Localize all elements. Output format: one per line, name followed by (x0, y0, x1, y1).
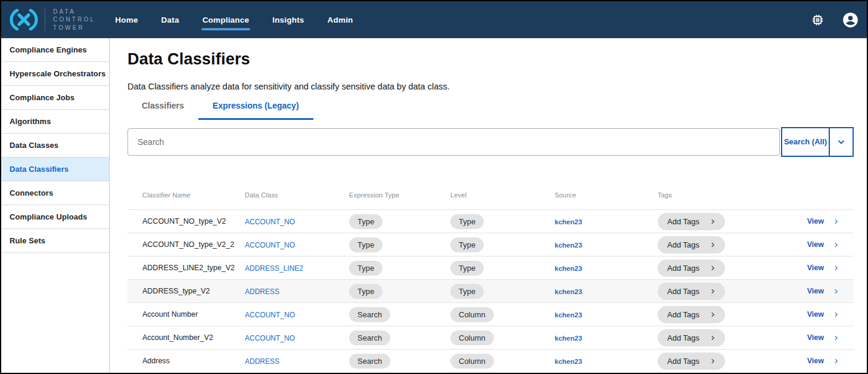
add-tags-button[interactable]: Add Tags (658, 329, 725, 347)
view-label: View (807, 217, 824, 225)
add-tags-button[interactable]: Add Tags (658, 283, 725, 300)
nav-item-data[interactable]: Data (161, 16, 179, 24)
system-settings-button[interactable] (811, 13, 825, 27)
add-tags-label: Add Tags (667, 310, 699, 319)
add-tags-button[interactable]: Add Tags (658, 353, 725, 370)
app-window: DATA CONTROL TOWER Home Data Compliance … (0, 0, 868, 374)
source-link[interactable]: kchen23 (555, 288, 582, 295)
expression-type-badge: Type (349, 261, 382, 276)
add-tags-label: Add Tags (667, 240, 699, 249)
source-link[interactable]: kchen23 (555, 242, 582, 249)
sidebar-item-compliance-uploads[interactable]: Compliance Uploads (1, 205, 109, 229)
classifier-name: Account_Number_V2 (127, 333, 245, 342)
data-class-link[interactable]: ACCOUNT_NO (245, 218, 295, 226)
add-tags-label: Add Tags (667, 287, 699, 296)
chevron-right-icon (833, 288, 839, 295)
classifier-name: ADDRESS_type_V2 (127, 287, 245, 295)
column-header-actions (793, 191, 854, 199)
level-badge: Type (450, 214, 484, 229)
sidebar-item-hyperscale-orchestrators[interactable]: Hyperscale Orchestrators (1, 62, 109, 86)
view-button[interactable]: View (793, 310, 854, 319)
account-button[interactable] (842, 12, 858, 28)
chevron-right-icon (710, 335, 716, 341)
sidebar-item-data-classifiers[interactable]: Data Classifiers (1, 157, 109, 181)
sidebar-item-connectors[interactable]: Connectors (1, 181, 109, 205)
data-control-tower-logo[interactable]: DATA CONTROL TOWER (8, 7, 95, 32)
add-tags-button[interactable]: Add Tags (658, 236, 725, 254)
column-header-level: Level (450, 191, 555, 199)
nav-item-admin[interactable]: Admin (328, 16, 353, 24)
chevron-right-icon (710, 358, 716, 364)
classifier-tabs: Classifiers Expressions (Legacy) (127, 101, 854, 120)
sidebar-item-algorithms[interactable]: Algorithms (1, 110, 109, 134)
add-tags-label: Add Tags (667, 333, 699, 342)
table-row-account-number: Account Number ACCOUNT_NO Search Column … (127, 302, 854, 326)
chevron-right-icon (710, 311, 716, 318)
data-class-link[interactable]: ACCOUNT_NO (245, 241, 295, 249)
view-button[interactable]: View (793, 240, 854, 249)
add-tags-button[interactable]: Add Tags (658, 259, 725, 277)
classifier-name: Address (127, 357, 245, 365)
data-class-link[interactable]: ADDRESS_LINE2 (245, 264, 303, 273)
tab-expressions-legacy[interactable]: Expressions (Legacy) (198, 101, 313, 120)
expression-type-badge: Type (349, 237, 382, 252)
table-row-address-type-v2: ADDRESS_type_V2 ADDRESS Type Type kchen2… (127, 279, 854, 302)
add-tags-button[interactable]: Add Tags (658, 306, 725, 323)
level-badge: Column (450, 330, 494, 345)
add-tags-label: Add Tags (667, 357, 699, 366)
data-class-link[interactable]: ACCOUNT_NO (245, 311, 295, 319)
sidebar-item-rule-sets[interactable]: Rule Sets (1, 229, 109, 253)
view-label: View (807, 357, 824, 365)
main-content: Data Classifiers Data Classifiers analyz… (110, 38, 867, 373)
expression-type-badge: Type (349, 284, 382, 299)
table-row-address-line2-type-v2: ADDRESS_LINE2_type_V2 ADDRESS_LINE2 Type… (127, 256, 854, 279)
nav-item-compliance[interactable]: Compliance (203, 16, 250, 24)
page-subtitle: Data Classifiers analyze data for sensit… (127, 82, 854, 91)
table-header-row: Classifier Name Data Class Expression Ty… (127, 191, 854, 209)
classifier-name: ADDRESS_LINE2_type_V2 (127, 264, 245, 272)
table-row-account-no-type-v2: ACCOUNT_NO_type_V2 ACCOUNT_NO Type Type … (127, 209, 854, 233)
source-link[interactable]: kchen23 (555, 265, 582, 272)
delphix-infinity-icon (8, 7, 39, 32)
chevron-right-icon (833, 265, 839, 271)
data-class-link[interactable]: ADDRESS (245, 288, 279, 296)
classifier-name: ACCOUNT_NO_type_V2_2 (127, 240, 245, 249)
nav-item-insights[interactable]: Insights (272, 16, 304, 24)
top-navbar: DATA CONTROL TOWER Home Data Compliance … (1, 1, 867, 38)
tab-classifiers[interactable]: Classifiers (127, 101, 198, 120)
sidebar-item-compliance-jobs[interactable]: Compliance Jobs (1, 86, 109, 110)
chevron-right-icon (710, 288, 716, 295)
view-button[interactable]: View (793, 357, 854, 365)
classifiers-table: Classifier Name Data Class Expression Ty… (127, 191, 854, 372)
nav-item-home[interactable]: Home (115, 16, 138, 24)
expression-type-badge: Type (349, 214, 382, 229)
expression-type-badge: Search (349, 330, 390, 345)
source-link[interactable]: kchen23 (555, 358, 582, 365)
search-input[interactable] (127, 128, 780, 156)
cpu-chip-icon (811, 13, 825, 27)
level-badge: Type (450, 261, 484, 276)
add-tags-button[interactable]: Add Tags (658, 213, 725, 230)
search-options-dropdown-button[interactable] (830, 128, 853, 156)
sidebar-item-compliance-engines[interactable]: Compliance Engines (1, 38, 109, 62)
chevron-right-icon (833, 311, 839, 318)
page-title: Data Classifiers (127, 51, 854, 67)
view-button[interactable]: View (793, 264, 854, 272)
view-button[interactable]: View (793, 333, 854, 342)
view-label: View (807, 240, 824, 249)
level-badge: Type (450, 237, 484, 252)
source-link[interactable]: kchen23 (555, 218, 582, 225)
data-class-link[interactable]: ACCOUNT_NO (245, 334, 295, 342)
logo-divider (45, 8, 45, 31)
source-link[interactable]: kchen23 (555, 335, 582, 342)
view-button[interactable]: View (793, 287, 854, 295)
search-all-button[interactable]: Search (All) (782, 128, 830, 156)
logo-wordmark: DATA CONTROL TOWER (53, 8, 95, 32)
sidebar-item-data-classes[interactable]: Data Classes (1, 134, 109, 157)
source-link[interactable]: kchen23 (555, 311, 582, 319)
chevron-right-icon (833, 218, 839, 225)
data-class-link[interactable]: ADDRESS (245, 357, 279, 366)
column-header-data-class: Data Class (245, 191, 349, 199)
account-circle-icon (842, 12, 858, 28)
view-button[interactable]: View (793, 217, 854, 225)
